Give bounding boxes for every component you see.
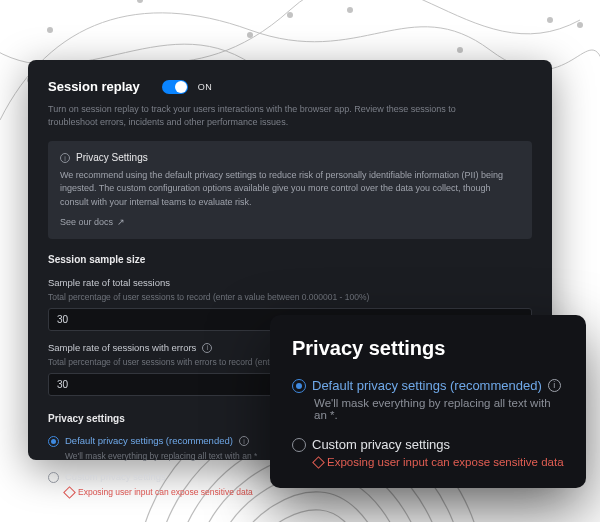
card-radio-custom[interactable]: Custom privacy settings [292,437,564,452]
card-default-label: Default privacy settings (recommended) [312,378,542,393]
svg-point-5 [547,17,553,23]
info-icon[interactable]: i [239,436,249,446]
card-default-sub: We'll mask everything by replacing all t… [314,397,564,421]
card-custom-label: Custom privacy settings [312,437,450,452]
warning-icon [63,486,76,499]
privacy-settings-card: Privacy settings Default privacy setting… [270,315,586,488]
svg-point-3 [347,7,353,13]
svg-point-0 [47,27,53,33]
card-warning: Exposing user input can expose sensitive… [314,456,564,468]
svg-point-10 [577,22,583,28]
sample-size-heading: Session sample size [48,253,532,268]
total-sessions-help: Total percentage of user sessions to rec… [48,291,532,303]
card-radio-default[interactable]: Default privacy settings (recommended) i [292,378,564,393]
radio-icon [48,472,59,483]
session-replay-title: Session replay [48,78,140,97]
total-sessions-label: Sample rate of total sessions [48,276,532,290]
toggle-state-label: ON [198,81,213,94]
see-docs-link[interactable]: See our docs ↗ [60,216,125,229]
warning-icon [312,456,325,469]
radio-default-label: Default privacy settings (recommended) [65,434,233,448]
external-link-icon: ↗ [117,216,125,229]
warning-text: Exposing user input can expose sensitive… [78,486,253,498]
svg-point-4 [457,47,463,53]
error-sessions-label: Sample rate of sessions with errors [48,341,196,355]
radio-custom-label: Custom privacy settings [65,470,166,484]
info-icon[interactable]: i [548,379,561,392]
radio-icon [292,438,306,452]
privacy-callout: i Privacy Settings We recommend using th… [48,141,532,239]
session-replay-toggle[interactable] [162,80,188,94]
svg-point-1 [137,0,143,3]
session-replay-description: Turn on session replay to track your use… [48,103,478,129]
card-warning-text: Exposing user input can expose sensitive… [327,456,564,468]
info-icon[interactable]: i [202,343,212,353]
info-icon: i [60,153,70,163]
callout-body-text: We recommend using the default privacy s… [60,169,520,208]
svg-point-2 [247,32,253,38]
svg-point-8 [287,12,293,18]
see-docs-label: See our docs [60,216,113,229]
callout-title-text: Privacy Settings [76,151,148,166]
card-title: Privacy settings [292,337,564,360]
radio-icon [292,379,306,393]
radio-icon [48,436,59,447]
